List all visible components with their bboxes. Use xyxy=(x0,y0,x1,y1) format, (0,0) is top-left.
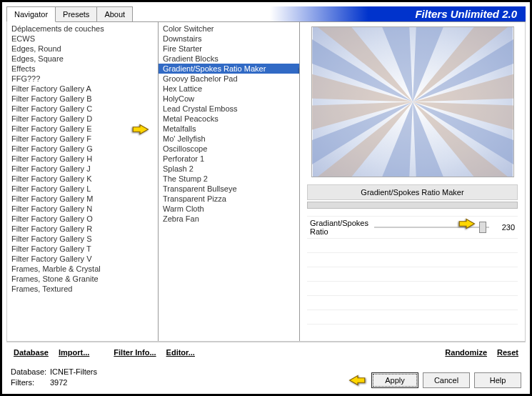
list-item[interactable]: Filter Factory Gallery F xyxy=(7,134,158,144)
list-item[interactable]: Filter Factory Gallery L xyxy=(7,184,158,194)
list-item[interactable]: Frames, Textured xyxy=(7,284,158,294)
list-item[interactable]: Filter Factory Gallery R xyxy=(7,224,158,234)
list-item[interactable]: Filter Factory Gallery O xyxy=(7,214,158,224)
filters-pane: Color SwitcherDownstairsFire StarterGrad… xyxy=(159,22,300,341)
link-filterinfo[interactable]: Filter Info... xyxy=(109,347,160,358)
tab-presets[interactable]: Presets xyxy=(55,6,97,21)
list-item[interactable]: Filter Factory Gallery C xyxy=(7,104,158,114)
tab-about[interactable]: About xyxy=(96,6,133,21)
list-item[interactable]: HolyCow xyxy=(159,94,299,104)
list-item[interactable]: Filter Factory Gallery K xyxy=(7,174,158,184)
list-item[interactable]: Transparent Bullseye xyxy=(159,184,299,194)
list-item[interactable]: Edges, Square xyxy=(7,54,158,64)
slider-thumb[interactable] xyxy=(479,222,486,233)
list-item[interactable]: Filter Factory Gallery G xyxy=(7,144,158,154)
list-item[interactable]: Transparent Pizza xyxy=(159,194,299,204)
list-item[interactable]: Frames, Stone & Granite xyxy=(7,274,158,284)
list-item[interactable]: Edges, Round xyxy=(7,44,158,54)
empty-params xyxy=(307,238,518,338)
pointer-icon xyxy=(348,373,367,387)
param-value: 230 xyxy=(495,223,515,232)
list-item[interactable]: Warm Cloth xyxy=(159,204,299,214)
list-item[interactable]: Color Switcher xyxy=(159,24,299,34)
list-item[interactable]: Filter Factory Gallery N xyxy=(7,204,158,214)
link-import[interactable]: Import... xyxy=(54,347,94,358)
list-item[interactable]: Lead Crystal Emboss xyxy=(159,104,299,114)
list-item[interactable]: Filter Factory Gallery V xyxy=(7,254,158,264)
status-left: Database:ICNET-Filters Filters:3972 xyxy=(11,367,348,388)
list-item[interactable]: Perforator 1 xyxy=(159,154,299,164)
list-item[interactable]: Déplacements de couches xyxy=(7,24,158,34)
list-item[interactable]: Zebra Fan xyxy=(159,214,299,224)
list-item[interactable]: Downstairs xyxy=(159,34,299,44)
main-area: Déplacements de couchesECWSEdges, RoundE… xyxy=(6,22,526,342)
app-title: Filters Unlimited 2.0 xyxy=(415,8,517,20)
list-item[interactable]: Groovy Bachelor Pad xyxy=(159,74,299,84)
list-item[interactable]: Metalfalls xyxy=(159,124,299,134)
filters-unlimited-window: Navigator Presets About Filters Unlimite… xyxy=(6,6,526,390)
progress-bar xyxy=(307,202,518,209)
list-item[interactable]: Filter Factory Gallery M xyxy=(7,194,158,204)
header: Navigator Presets About Filters Unlimite… xyxy=(6,6,526,22)
list-item[interactable]: Frames, Marble & Crystal xyxy=(7,264,158,274)
status-filters-value: 3972 xyxy=(50,378,67,387)
list-item[interactable]: Splash 2 xyxy=(159,164,299,174)
tab-navigator[interactable]: Navigator xyxy=(6,6,56,22)
list-item[interactable]: Filter Factory Gallery E xyxy=(7,124,158,134)
status-db-label: Database: xyxy=(11,367,50,377)
list-item[interactable]: Gradient/Spokes Ratio Maker xyxy=(159,64,299,74)
title-bar: Filters Unlimited 2.0 xyxy=(132,6,526,21)
param-row: Gradiant/Spokes Ratio 230 xyxy=(307,216,518,238)
list-item[interactable]: Filter Factory Gallery S xyxy=(7,234,158,244)
list-item[interactable]: Filter Factory Gallery A xyxy=(7,84,158,94)
right-pane: Gradient/Spokes Ratio Maker Gradiant/Spo… xyxy=(300,22,525,341)
list-item[interactable]: Oscilloscope xyxy=(159,144,299,154)
list-item[interactable]: The Stump 2 xyxy=(159,174,299,184)
filter-title: Gradient/Spokes Ratio Maker xyxy=(307,184,518,200)
list-item[interactable]: Hex Lattice xyxy=(159,84,299,94)
list-item[interactable]: FFG??? xyxy=(7,74,158,84)
list-item[interactable]: Filter Factory Gallery J xyxy=(7,164,158,174)
pointer-icon xyxy=(457,217,476,231)
cancel-button[interactable]: Cancel xyxy=(423,372,470,388)
list-item[interactable]: Effects xyxy=(7,64,158,74)
param-slider[interactable] xyxy=(374,227,489,228)
preview-image xyxy=(312,27,513,177)
bottom-links: Database Import... Filter Info... Editor… xyxy=(6,342,526,362)
filters-list[interactable]: Color SwitcherDownstairsFire StarterGrad… xyxy=(159,22,299,341)
button-row: Apply Cancel Help xyxy=(348,372,521,388)
list-item[interactable]: Fire Starter xyxy=(159,44,299,54)
list-item[interactable]: Filter Factory Gallery H xyxy=(7,154,158,164)
tab-strip: Navigator Presets About xyxy=(6,6,132,21)
status-filters-label: Filters: xyxy=(11,377,50,388)
list-item[interactable]: Filter Factory Gallery T xyxy=(7,244,158,254)
link-reset[interactable]: Reset xyxy=(493,347,523,358)
link-randomize[interactable]: Randomize xyxy=(441,347,491,358)
list-item[interactable]: Filter Factory Gallery B xyxy=(7,94,158,104)
link-editor[interactable]: Editor... xyxy=(162,347,199,358)
param-label: Gradiant/Spokes Ratio xyxy=(310,219,368,236)
preview xyxy=(311,26,514,177)
list-item[interactable]: Gradient Blocks xyxy=(159,54,299,64)
list-item[interactable]: ECWS xyxy=(7,34,158,44)
categories-pane: Déplacements de couchesECWSEdges, RoundE… xyxy=(7,22,159,341)
status-bar: Database:ICNET-Filters Filters:3972 Appl… xyxy=(6,362,526,390)
help-button[interactable]: Help xyxy=(474,372,521,388)
list-item[interactable]: Filter Factory Gallery D xyxy=(7,114,158,124)
list-item[interactable]: Metal Peacocks xyxy=(159,114,299,124)
apply-button[interactable]: Apply xyxy=(371,372,418,388)
status-db-value: ICNET-Filters xyxy=(50,367,97,376)
link-database[interactable]: Database xyxy=(9,347,53,358)
list-item[interactable]: Mo' Jellyfish xyxy=(159,134,299,144)
categories-list[interactable]: Déplacements de couchesECWSEdges, RoundE… xyxy=(7,22,158,341)
